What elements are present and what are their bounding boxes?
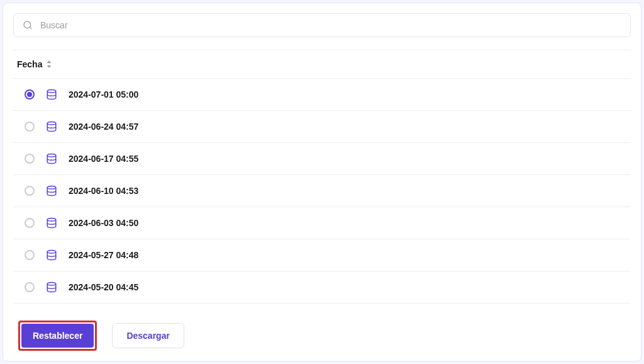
backup-date-label: 2024-07-01 05:00 [69, 89, 138, 100]
action-buttons: Restablecer Descargar [18, 321, 184, 351]
database-icon [46, 185, 57, 196]
radio-select[interactable] [25, 218, 35, 228]
table-row[interactable]: 2024-06-17 04:55 [13, 143, 631, 175]
backup-date-label: 2024-06-03 04:50 [69, 218, 138, 228]
radio-select[interactable] [25, 282, 35, 292]
sort-icon [46, 60, 52, 68]
radio-select[interactable] [25, 186, 35, 196]
radio-select[interactable] [25, 154, 35, 164]
table-header: Fecha [13, 50, 631, 79]
table-row[interactable]: 2024-05-20 04:45 [13, 271, 631, 304]
download-button[interactable]: Descargar [112, 323, 184, 348]
database-icon [46, 249, 57, 261]
database-icon [46, 282, 57, 293]
table-row[interactable]: 2024-06-10 04:53 [13, 175, 631, 207]
database-icon [46, 153, 57, 164]
svg-point-7 [47, 251, 56, 254]
svg-point-3 [47, 122, 56, 125]
search-icon [23, 20, 33, 30]
backup-date-label: 2024-05-27 04:48 [69, 250, 138, 260]
table-row[interactable]: 2024-07-01 05:00 [13, 79, 631, 111]
database-icon [46, 89, 57, 100]
database-icon [46, 217, 57, 229]
backup-date-label: 2024-06-17 04:55 [69, 154, 138, 164]
radio-select[interactable] [25, 89, 35, 100]
backup-date-label: 2024-06-24 04:57 [69, 122, 138, 132]
table-row[interactable]: 2024-05-27 04:48 [13, 239, 631, 271]
svg-point-0 [24, 21, 31, 28]
backup-date-label: 2024-06-10 04:53 [69, 186, 138, 196]
backup-list-panel: Fecha 2024-07-01 05:002024-06-24 04:5720… [3, 3, 641, 361]
radio-select[interactable] [25, 250, 35, 260]
table-row[interactable]: 2024-06-03 04:50 [13, 207, 631, 239]
backup-items-list: 2024-07-01 05:002024-06-24 04:572024-06-… [13, 79, 631, 304]
svg-point-5 [47, 186, 56, 190]
restore-button-highlight: Restablecer [18, 321, 97, 351]
column-header-date[interactable]: Fecha [17, 59, 52, 69]
search-input[interactable] [40, 20, 621, 30]
svg-point-2 [47, 90, 56, 93]
backup-date-label: 2024-05-20 04:45 [69, 282, 138, 292]
svg-point-8 [47, 283, 56, 286]
svg-line-1 [30, 27, 31, 29]
svg-point-4 [47, 154, 56, 157]
radio-select[interactable] [25, 122, 35, 132]
svg-point-6 [47, 219, 56, 222]
table-row[interactable]: 2024-06-24 04:57 [13, 111, 631, 143]
header-date-text: Fecha [17, 59, 42, 69]
search-box[interactable] [13, 13, 631, 37]
restore-button[interactable]: Restablecer [21, 324, 94, 348]
database-icon [46, 121, 57, 132]
